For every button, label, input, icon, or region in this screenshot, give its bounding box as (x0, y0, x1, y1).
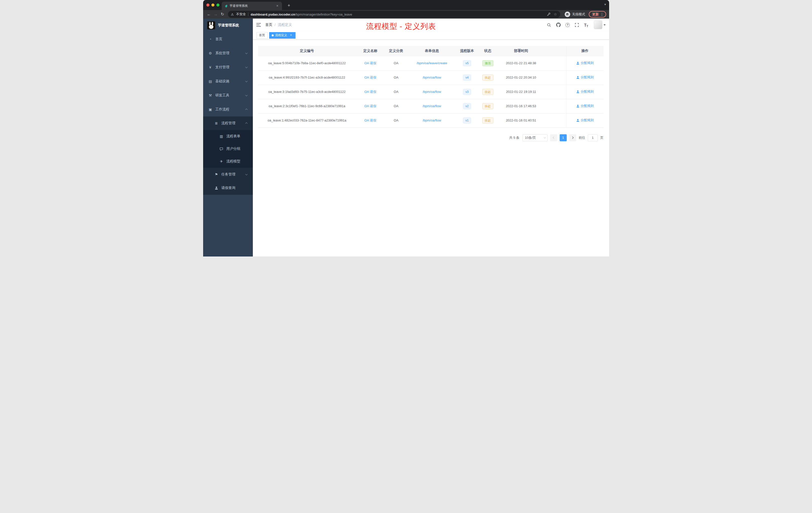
sidebar-item-workflow[interactable]: ▣ 工作流程 (203, 102, 253, 117)
paper-plane-icon: ✈ (219, 159, 224, 163)
back-button[interactable]: ← (206, 11, 212, 18)
page-size-select[interactable]: 10条/页 (522, 134, 548, 141)
next-page-button[interactable] (569, 134, 576, 141)
person-icon (576, 119, 580, 122)
sidebar-item-label: 请假查询 (222, 186, 235, 190)
sidebar-item-infrastructure[interactable]: ▤ 基础设施 (203, 74, 253, 88)
app-title: 芋道管理系统 (218, 23, 239, 28)
definition-id-cell: oa_leave:4:991f2193-7b7f-11ec-a3c8-acde4… (258, 70, 356, 85)
person-icon (214, 186, 219, 190)
assign-rule-link[interactable]: 分配规则 (576, 118, 594, 122)
tab-search-chevron-icon[interactable]: ▾ (604, 2, 606, 6)
form-info-cell: /bpm/oa/flow (407, 99, 457, 113)
chevron-down-icon (245, 94, 248, 96)
close-window-button[interactable] (206, 3, 209, 6)
assign-rule-link[interactable]: 分配规则 (576, 104, 594, 108)
user-menu[interactable] (594, 21, 606, 29)
breadcrumb-home[interactable]: 首页 (265, 23, 272, 27)
browser-toolbar: ← → ↻ ⚠ 不安全 dashboard.yudao.iocoder.cn/b… (203, 10, 609, 19)
sidebar-item-system-management[interactable]: ⚙ 系统管理 (203, 46, 253, 60)
page-number-1[interactable]: 1 (560, 134, 567, 141)
definition-name-link[interactable]: OA 请假 (364, 90, 376, 94)
chevron-down-icon (245, 80, 248, 82)
table-row: oa_leave:4:991f2193-7b7f-11ec-a3c8-acde4… (258, 70, 604, 85)
chevron-down-icon (245, 52, 248, 54)
definition-table: 定义编号 定义名称 定义分类 表单信息 流程版本 状态 部署时间 操作 oa_l… (258, 46, 604, 128)
assign-rule-link[interactable]: 分配规则 (576, 61, 594, 65)
password-key-icon[interactable] (547, 12, 551, 16)
sidebar-item-process-form[interactable]: ▥ 流程表单 (203, 130, 253, 143)
url-domain: dashboard.yudao.iocoder.cn (251, 12, 295, 16)
tab-close-icon[interactable]: × (276, 4, 280, 8)
bookmark-star-icon[interactable]: ☆ (554, 12, 557, 17)
forward-button[interactable]: → (212, 11, 219, 18)
sidebar-item-process-management[interactable]: ≣ 流程管理 (203, 117, 253, 130)
github-icon[interactable] (556, 22, 561, 28)
address-bar[interactable]: ⚠ 不安全 dashboard.yudao.iocoder.cn/bpm/man… (228, 11, 560, 18)
definition-name-link[interactable]: OA 请假 (364, 118, 376, 122)
chevron-up-icon (245, 122, 248, 125)
version-cell: v3 (457, 85, 478, 99)
incognito-label: 无痕模式 (572, 12, 585, 17)
definition-name-link[interactable]: OA 请假 (364, 76, 376, 79)
deploy-time-cell: 2022-01-16 17:46:53 (498, 99, 544, 113)
definition-id-cell: oa_leave:2:3c1f0ef1-76b1-11ec-9c66-a2380… (258, 99, 356, 113)
sidebar-item-dev-tools[interactable]: ⚒ 研发工具 (203, 88, 253, 102)
sidebar-item-home[interactable]: ◔ 首页 (203, 32, 253, 46)
definition-name-cell: OA 请假 (356, 113, 385, 127)
fullscreen-icon[interactable] (574, 22, 580, 28)
action-cell: 分配规则 (567, 56, 604, 70)
browser-update-button[interactable]: 更新 ⋮ (589, 11, 606, 18)
sidebar-item-process-model[interactable]: ✈ 流程模型 (203, 155, 253, 168)
reload-button[interactable]: ↻ (219, 11, 226, 18)
avatar[interactable] (594, 21, 602, 29)
sidebar-item-task-management[interactable]: ⚑ 任务管理 (203, 168, 253, 181)
security-label[interactable]: 不安全 (236, 12, 246, 17)
minimize-window-button[interactable] (211, 3, 214, 6)
status-cell: 激活 (478, 56, 498, 70)
sidebar-logo[interactable]: 芋道管理系统 (203, 19, 253, 32)
definition-name-cell: OA 请假 (356, 85, 385, 99)
sidebar-item-leave-query[interactable]: 请假查询 (203, 181, 253, 195)
form-link[interactable]: /bpm/oa/flow (423, 104, 441, 108)
form-link[interactable]: /bpm/oa/leave/create (416, 61, 447, 65)
infrastructure-icon: ▤ (208, 79, 213, 83)
help-icon[interactable]: ? (565, 22, 571, 28)
form-link[interactable]: /bpm/oa/flow (423, 118, 441, 122)
zoom-window-button[interactable] (216, 3, 220, 6)
tag-home[interactable]: 首页 (257, 32, 268, 39)
assign-rule-link[interactable]: 分配规则 (576, 75, 594, 80)
table-header-row: 定义编号 定义名称 定义分类 表单信息 流程版本 状态 部署时间 操作 (258, 46, 604, 56)
goto-page-input[interactable] (588, 134, 598, 141)
deploy-time-cell: 2022-01-22 19:19:11 (498, 85, 544, 99)
definition-id-cell: oa_leave:1:482ec033-762a-11ec-8477-a2380… (258, 113, 356, 127)
sidebar-toggle-hamburger-icon[interactable] (256, 22, 261, 28)
form-link[interactable]: /bpm/oa/flow (423, 90, 441, 94)
tag-process-definition[interactable]: 流程定义 × (269, 32, 295, 39)
breadcrumb: 首页 / 流程定义 (265, 23, 292, 27)
previous-page-button[interactable] (550, 134, 557, 141)
column-header-status: 状态 (478, 46, 498, 56)
yen-icon: ¥ (208, 65, 213, 69)
incognito-icon (565, 11, 570, 17)
new-tab-button[interactable]: + (286, 3, 292, 9)
browser-tab[interactable]: 芋道管理系统 × (222, 2, 282, 10)
pagination: 共 5 条 10条/页 1 前往 页 (258, 134, 604, 141)
definition-name-link[interactable]: OA 请假 (364, 104, 376, 108)
not-secure-warning-icon: ⚠ (231, 12, 234, 16)
assign-rule-link[interactable]: 分配规则 (576, 89, 594, 94)
action-cell: 分配规则 (567, 113, 604, 127)
browser-menu-kebab-icon[interactable]: ⋮ (600, 12, 604, 16)
sidebar-item-payment-management[interactable]: ¥ 支付管理 (203, 60, 253, 74)
sidebar-item-label: 用户分组 (227, 147, 240, 151)
table-body: oa_leave:5:004b710b-7b8a-11ec-8ef0-acde4… (258, 56, 604, 127)
sidebar-item-user-group[interactable]: 用户分组 (203, 143, 253, 155)
form-icon: ▥ (219, 134, 224, 138)
tag-close-icon[interactable]: × (289, 33, 293, 37)
definition-name-link[interactable]: OA 请假 (364, 61, 376, 65)
font-size-icon[interactable]: TT (583, 22, 589, 28)
user-menu-caret-icon (604, 24, 606, 26)
form-link[interactable]: /bpm/oa/flow (423, 76, 441, 79)
search-icon[interactable] (546, 22, 552, 28)
column-header-deploy-time: 部署时间 (498, 46, 544, 56)
